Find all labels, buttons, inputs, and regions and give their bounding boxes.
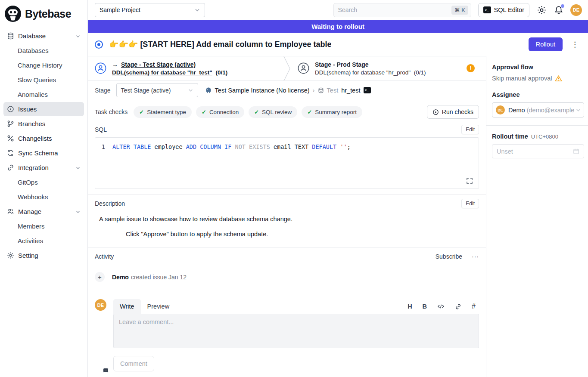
task-checks-row: Task checks ✓ Statement type ✓ Connectio… xyxy=(88,100,486,123)
environment-label: Test xyxy=(327,87,339,94)
rollout-button[interactable]: Rollout xyxy=(529,37,563,51)
description-paragraph: Click "Approve" button to apply the sche… xyxy=(126,231,479,238)
rollout-time-label: Rollout time xyxy=(492,133,528,140)
sidebar-item-anomalies[interactable]: Anomalies xyxy=(3,87,84,102)
sidebar-item-issues[interactable]: Issues xyxy=(3,102,84,116)
activity-actor: Demo xyxy=(112,274,129,281)
breadcrumb-separator: › xyxy=(313,87,315,94)
notification-bell-icon[interactable] xyxy=(554,5,563,15)
description-paragraph: A sample issue to showcase how to review… xyxy=(99,216,479,222)
search-shortcut-badge: ⌘ K xyxy=(451,6,468,15)
terminal-icon: >_ xyxy=(483,6,491,13)
content-row: → Stage - Test Stage (active) DDL(schema… xyxy=(88,56,588,377)
stage-pipeline: → Stage - Test Stage (active) DDL(schema… xyxy=(88,56,486,80)
open-sql-editor-icon[interactable]: >_ xyxy=(364,87,371,93)
sidebar-item-branches[interactable]: Branches xyxy=(3,117,84,131)
comment-submit-button[interactable]: Comment xyxy=(113,356,154,371)
stage-task-count: (0/1) xyxy=(414,69,426,76)
subscribe-button[interactable]: Subscribe xyxy=(436,253,462,260)
hash-format-icon[interactable]: # xyxy=(472,303,476,310)
fullscreen-expand-icon[interactable] xyxy=(466,177,473,184)
check-pill-connection[interactable]: ✓ Connection xyxy=(196,106,244,118)
git-branch-icon xyxy=(7,120,14,127)
link-format-icon[interactable] xyxy=(455,303,461,310)
changelist-pencil-icon xyxy=(7,135,14,142)
chevron-down-icon xyxy=(188,87,193,93)
sync-icon xyxy=(7,149,14,157)
check-pass-icon: ✓ xyxy=(254,109,259,115)
stage-selector-bar: Stage Test Stage (active) Test Sample In… xyxy=(88,80,486,100)
activity-entry: + Democreated issue Jan 12 xyxy=(95,272,479,282)
comment-textarea[interactable] xyxy=(113,314,479,348)
sidebar-item-databases[interactable]: Databases xyxy=(3,43,84,58)
status-banner: Waiting to rollout xyxy=(88,20,588,33)
check-pass-icon: ✓ xyxy=(202,109,206,115)
heading-format-icon[interactable]: H xyxy=(408,303,412,310)
main-content: → Stage - Test Stage (active) DDL(schema… xyxy=(88,56,486,377)
stage-separator xyxy=(283,56,291,80)
activity-action: created issue xyxy=(131,274,167,281)
sidebar-item-database[interactable]: Database xyxy=(3,29,84,43)
description-section: Description Edit A sample issue to showc… xyxy=(88,195,486,238)
instance-link[interactable]: Test Sample Instance (No license) xyxy=(215,87,310,94)
issue-status-icon xyxy=(95,40,103,49)
sidebar-item-activities[interactable]: Activities xyxy=(3,234,84,248)
run-checks-button[interactable]: Run checks xyxy=(427,105,479,119)
assignee-email: (demo@example xyxy=(527,107,576,114)
sidebar: Bytebase Database Databases Change Histo… xyxy=(0,0,88,377)
stage-title-link[interactable]: Stage - Test Stage (active) xyxy=(121,61,196,68)
code-format-icon[interactable] xyxy=(437,303,445,309)
user-avatar[interactable]: DE xyxy=(570,4,582,16)
rollout-time-input[interactable]: Unset xyxy=(492,144,584,158)
assignee-avatar: DE xyxy=(496,105,505,114)
sidebar-item-members[interactable]: Members xyxy=(3,219,84,233)
stage-card-test[interactable]: → Stage - Test Stage (active) DDL(schema… xyxy=(88,56,283,80)
sidebar-item-manage[interactable]: Manage xyxy=(3,204,84,219)
database-link[interactable]: hr_test xyxy=(341,87,360,94)
stage-task-count: (0/1) xyxy=(215,69,227,76)
check-pass-icon: ✓ xyxy=(139,109,144,115)
line-number: 1 xyxy=(95,143,112,150)
stage-select[interactable]: Test Stage (active) xyxy=(116,83,198,97)
issue-side-panel: Approval flow Skip manual approval Assig… xyxy=(486,56,588,377)
check-pill-summary-report[interactable]: ✓ Summary report xyxy=(302,106,362,118)
sql-editor-button[interactable]: >_ SQL Editor xyxy=(478,3,529,17)
rollout-time-value: Unset xyxy=(497,148,513,155)
sql-code-editor[interactable]: 1 ALTER TABLE employee ADD COLUMN IF NOT… xyxy=(95,137,479,189)
app-root: Bytebase Database Databases Change Histo… xyxy=(0,0,588,377)
sidebar-item-change-history[interactable]: Change History xyxy=(3,58,84,72)
sql-section: SQL Edit 1 ALTER TABLE employee ADD COLU… xyxy=(88,123,486,189)
sidebar-item-setting[interactable]: Setting xyxy=(3,248,84,263)
brand-logo[interactable]: Bytebase xyxy=(3,4,84,28)
bytebase-logo-icon xyxy=(4,5,22,22)
sidebar-item-integration[interactable]: Integration xyxy=(3,161,84,175)
search-box[interactable]: ⌘ K xyxy=(333,3,471,17)
issue-header: 👉👉👉 [START HERE] Add email column to Emp… xyxy=(88,33,588,56)
sidebar-item-changelists[interactable]: Changelists xyxy=(3,131,84,145)
sidebar-item-slow-queries[interactable]: Slow Queries xyxy=(3,73,84,87)
tab-preview[interactable]: Preview xyxy=(141,299,176,314)
sidebar-item-webhooks[interactable]: Webhooks xyxy=(3,190,84,204)
search-input[interactable] xyxy=(338,6,452,13)
database-breadcrumb: Test Sample Instance (No license) › Test… xyxy=(205,87,371,94)
sidebar-item-gitops[interactable]: GitOps xyxy=(3,175,84,189)
users-icon xyxy=(7,208,14,215)
settings-gear-icon[interactable] xyxy=(537,5,547,15)
assignee-name: Demo xyxy=(508,107,525,114)
tab-write[interactable]: Write xyxy=(113,299,141,314)
check-pill-statement-type[interactable]: ✓ Statement type xyxy=(134,106,192,118)
topbar: Sample Project ⌘ K >_ SQL Editor DE xyxy=(88,0,588,20)
assignee-select[interactable]: DE Demo (demo@example xyxy=(492,102,584,117)
check-pill-sql-review[interactable]: ✓ SQL review xyxy=(249,106,297,118)
stage-task-link[interactable]: DDL(schema) for database "hr_test" xyxy=(112,69,212,76)
kebab-menu-icon[interactable]: ⋮ xyxy=(571,40,579,49)
chevron-down-icon xyxy=(576,107,581,113)
sql-edit-button[interactable]: Edit xyxy=(461,125,479,134)
description-edit-button[interactable]: Edit xyxy=(461,199,479,208)
sidebar-item-sync-schema[interactable]: Sync Schema xyxy=(3,146,84,160)
chevron-down-icon xyxy=(75,165,81,170)
bold-format-icon[interactable]: B xyxy=(423,303,427,310)
project-select[interactable]: Sample Project xyxy=(95,3,205,17)
stage-card-prod[interactable]: Stage - Prod Stage DDL(schema) for datab… xyxy=(291,56,486,80)
more-options-icon[interactable]: ··· xyxy=(472,253,479,260)
